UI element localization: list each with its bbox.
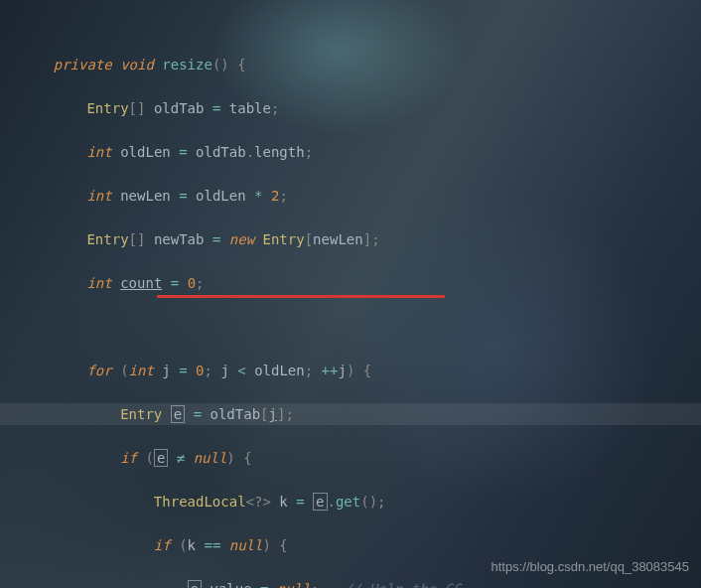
null-literal: null (229, 537, 263, 553)
watermark-text: https://blog.csdn.net/qq_38083545 (491, 556, 690, 578)
semi: ; (305, 363, 313, 378)
method: get (336, 494, 360, 510)
var: oldLen (254, 363, 305, 378)
operator-neq: ≠ (177, 450, 185, 466)
code-editor: private void resize() { Entry[] oldTab =… (0, 0, 701, 588)
keyword-for: for (86, 363, 111, 378)
type: Entry (86, 231, 128, 247)
keyword-void: void (120, 57, 154, 73)
var: j (338, 363, 346, 378)
var: oldTab (196, 144, 246, 160)
dot: . (328, 494, 336, 510)
code-line (0, 316, 701, 338)
code-line: Entry[] oldTab = table; (0, 97, 701, 119)
type: int (129, 363, 154, 378)
generic: <?> (246, 494, 271, 510)
prop: value (210, 581, 251, 588)
var: count (120, 275, 162, 291)
highlighted-var: e (171, 405, 185, 423)
rbracket: ] (363, 231, 371, 247)
lparen: ( (179, 537, 187, 553)
keyword-new: new (229, 231, 254, 247)
number: 0 (196, 363, 204, 378)
punct: () { (212, 57, 246, 73)
operator: = (194, 406, 202, 422)
code-line-highlighted: Entry e = oldTab[j]; (0, 403, 701, 425)
operator: = (179, 188, 187, 204)
var: k (279, 494, 287, 510)
parens: () (360, 494, 377, 510)
type: int (86, 275, 111, 291)
array-brackets: [] (129, 100, 146, 116)
highlighted-var: e (188, 580, 202, 588)
type: int (86, 144, 111, 160)
array-brackets: [] (129, 231, 146, 247)
lbracket: [ (260, 406, 268, 422)
var: oldLen (120, 144, 171, 160)
comment: // Help the GC (344, 581, 461, 588)
operator: = (171, 275, 179, 291)
rparen-brace: ) { (347, 363, 371, 378)
dot: . (246, 144, 254, 160)
rparen-brace: ) { (226, 450, 251, 466)
var: table (229, 100, 271, 116)
code-line: Entry[] newTab = new Entry[newLen]; (0, 228, 701, 250)
class: Entry (263, 231, 305, 247)
var: oldLen (196, 188, 246, 204)
null-literal: null (194, 450, 227, 466)
semi: ; (305, 144, 313, 160)
semi: ; (279, 188, 287, 204)
code-line: int count = 0; (0, 272, 701, 294)
code-line: e.value = null; // Help the GC (0, 578, 701, 588)
code-line: for (int j = 0; j < oldLen; ++j) { (0, 360, 701, 381)
method-name: resize (162, 57, 212, 73)
rparen-brace: ) { (262, 537, 287, 553)
operator: = (212, 231, 220, 247)
operator-eq: == (204, 537, 220, 553)
var: oldTab (154, 100, 205, 116)
var: j (269, 406, 277, 422)
lparen: ( (120, 363, 128, 378)
code-line: int oldLen = oldTab.length; (0, 141, 701, 163)
var: newTab (154, 231, 205, 247)
var: j (220, 363, 228, 378)
semi: ; (196, 275, 204, 291)
keyword-if: if (120, 450, 137, 466)
code-line: if (e ≠ null) { (0, 447, 701, 469)
operator: = (260, 581, 268, 588)
code-line: ThreadLocal<?> k = e.get(); (0, 491, 701, 513)
null-literal: null (277, 581, 311, 588)
operator: * (254, 188, 262, 204)
code-line: if (k == null) { (0, 534, 701, 556)
class: ThreadLocal (154, 494, 246, 510)
type: int (86, 188, 111, 204)
semi: ; (371, 231, 379, 247)
highlighted-var: e (313, 493, 327, 511)
operator: < (237, 363, 245, 378)
code-line: int newLen = oldLen * 2; (0, 185, 701, 207)
prop: length (254, 144, 305, 160)
red-underline-annotation (157, 295, 445, 298)
number: 0 (188, 275, 196, 291)
semi: ; (205, 363, 212, 378)
code-line: private void resize() { (0, 54, 701, 75)
highlighted-var: e (154, 449, 168, 467)
lparen: ( (145, 450, 153, 466)
var: oldTab (210, 406, 261, 422)
var: j (162, 363, 170, 378)
operator: = (212, 100, 220, 116)
operator: = (179, 144, 187, 160)
var: newLen (313, 231, 363, 247)
semi: ; (311, 581, 319, 588)
type: Entry (120, 406, 162, 422)
lbracket: [ (305, 231, 313, 247)
semi: ; (377, 494, 385, 510)
keyword-if: if (154, 537, 171, 553)
var: newLen (120, 188, 171, 204)
operator: ++ (322, 363, 339, 378)
var: k (188, 537, 196, 553)
semi: ; (285, 406, 293, 422)
operator: = (179, 363, 187, 378)
operator: = (296, 494, 304, 510)
semi: ; (271, 100, 279, 116)
